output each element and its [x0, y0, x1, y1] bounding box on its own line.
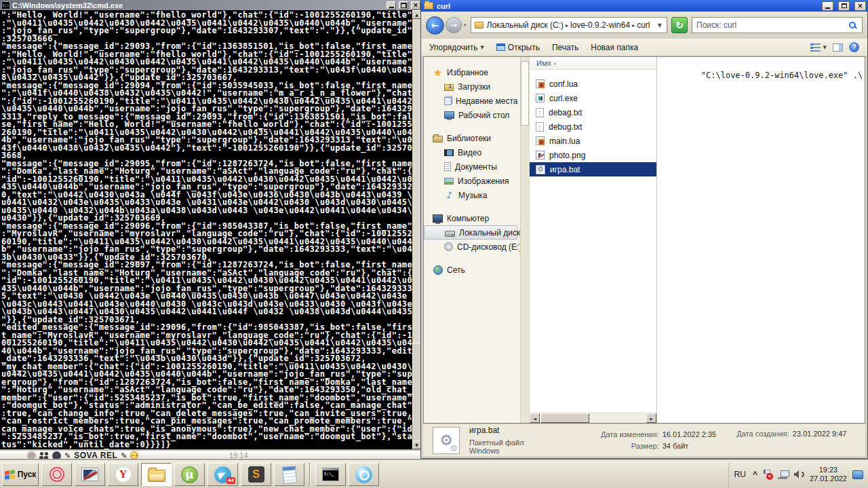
hscrollbar-thumb[interactable]: [540, 413, 589, 423]
lua-file-icon: [536, 79, 545, 88]
taskbar-button-utorrent[interactable]: [174, 463, 205, 486]
taskbar-button-cmd[interactable]: [315, 463, 346, 486]
scroll-left-icon[interactable]: [530, 413, 540, 423]
details-created: Дата создания: 23.01.2022 9:47: [736, 430, 846, 438]
opera-gx-icon: [50, 467, 64, 482]
taskbar-button-telegram[interactable]: 44: [208, 463, 238, 486]
print-button[interactable]: Печать: [552, 43, 578, 52]
address-dropdown-icon[interactable]: [658, 22, 663, 29]
file-row[interactable]: debug.txt: [530, 119, 656, 134]
taskbar-button-sublime-text[interactable]: [241, 463, 271, 486]
sidebar-item[interactable]: Избранное: [424, 65, 520, 79]
explorer-titlebar[interactable]: curl: [421, 0, 867, 12]
file-name: photo.png: [549, 151, 585, 160]
sidebar-item[interactable]: Видео: [424, 145, 520, 159]
downloads-icon: [444, 84, 454, 91]
sidebar-item[interactable]: Компьютер: [424, 211, 520, 225]
search-input[interactable]: Поиск: curl: [692, 17, 863, 33]
sidebar-item[interactable]: Загрузки: [424, 79, 520, 94]
explorer-minimize-button[interactable]: [822, 1, 833, 11]
sidebar-item[interactable]: Сеть: [424, 263, 520, 277]
cmd-window: C:\ C:\Windows\system32\cmd.exe ":"Hello…: [0, 0, 421, 451]
explorer-window-title: curl: [437, 2, 817, 10]
taskbar-button-opera-gx[interactable]: [41, 463, 72, 486]
file-row[interactable]: conf.lua: [530, 77, 656, 91]
sound-wave-icon: [802, 472, 804, 477]
explorer-close-button[interactable]: [854, 1, 866, 11]
sidebar-item[interactable]: Музыка: [424, 188, 520, 202]
file-list-hscrollbar[interactable]: [530, 413, 656, 423]
forward-button[interactable]: [446, 17, 462, 33]
sidebar-item[interactable]: Недавние места: [424, 94, 520, 108]
file-row[interactable]: игра.bat: [530, 162, 656, 176]
explorer-maximize-button[interactable]: [838, 1, 850, 11]
cmd-console[interactable]: ":"Hello, World!","username":"fhello_wor…: [0, 10, 412, 449]
sidebar-item[interactable]: Библиотеки: [424, 131, 520, 145]
action-center-alert-icon[interactable]: [763, 470, 772, 479]
views-button[interactable]: [810, 43, 827, 52]
volume-icon[interactable]: [794, 470, 804, 478]
cmd-minimize-button[interactable]: [387, 1, 396, 10]
cmd-restore-button[interactable]: [399, 1, 408, 10]
nav-scrollbar-thumb[interactable]: [521, 61, 529, 126]
open-button[interactable]: Открыть: [496, 43, 540, 52]
nav-items: ИзбранноеЗагрузкиНедавние местаРабочий с…: [424, 57, 520, 423]
sidebar-item[interactable]: Документы: [424, 159, 520, 174]
show-desktop-button[interactable]: [852, 470, 863, 479]
sidebar-item[interactable]: Рабочий стол: [424, 108, 520, 122]
refresh-button[interactable]: [671, 17, 688, 33]
address-bar[interactable]: Локальный диск (C:)▸love-0.9.2-win64▸cur…: [471, 17, 667, 33]
new-folder-button[interactable]: Новая папка: [591, 43, 638, 52]
organize-button[interactable]: Упорядочить: [429, 43, 484, 52]
open-label: Открыть: [508, 43, 540, 52]
help-icon[interactable]: [849, 42, 859, 52]
taskbar-button-yandex-browser[interactable]: [108, 463, 138, 486]
network-icon[interactable]: [778, 470, 789, 479]
taskbar-button-love[interactable]: [349, 463, 379, 486]
details-modified-size: Дата изменения: 16.01.2022 2:35 Размер: …: [601, 430, 716, 450]
preview-pane-toggle[interactable]: [833, 43, 843, 52]
scroll-right-icon[interactable]: [646, 413, 656, 423]
sidebar-item[interactable]: CD-дисковод (E:): [424, 240, 520, 254]
file-row[interactable]: curl.exe: [530, 91, 656, 105]
breadcrumb-item[interactable]: curl: [635, 20, 651, 31]
sidebar-item[interactable]: Локальный диск (C:): [424, 225, 517, 240]
size-label: Размер:: [601, 442, 659, 450]
file-row[interactable]: main.lua: [530, 134, 656, 148]
sidebar-item[interactable]: Изображения: [424, 174, 520, 188]
sidebar-item-label: Видео: [458, 148, 481, 157]
taskbar-button-notepad[interactable]: [274, 463, 304, 486]
history-dropdown-icon[interactable]: [464, 22, 467, 28]
breadcrumb-item[interactable]: Локальный диск (C:): [486, 20, 566, 31]
details-file-name: игра.bat: [469, 426, 556, 435]
language-indicator[interactable]: RU: [734, 470, 747, 479]
music-icon: [444, 190, 454, 200]
column-header-name[interactable]: Имя: [530, 57, 656, 70]
background-window-strip[interactable]: ✎ SOVA REL ✎ 19:14: [0, 450, 422, 460]
search-icon: [849, 22, 856, 29]
back-button[interactable]: [426, 16, 444, 35]
cmd-output: ":"Hello, World!","username":"fhello_wor…: [1, 12, 412, 449]
taskbar-button-explorer[interactable]: [141, 463, 172, 486]
breadcrumb-item[interactable]: love-0.9.2-win64: [569, 20, 631, 31]
taskbar-button-paint[interactable]: [75, 463, 105, 486]
nav-pane-scrollbar[interactable]: [520, 57, 529, 423]
speaker-icon: [794, 470, 801, 478]
file-name: main.lua: [549, 136, 580, 146]
png-file-icon: [536, 151, 545, 159]
explorer-icon: [148, 470, 165, 482]
tray-date: 27.01.2022: [810, 474, 847, 483]
cmd-close-button[interactable]: [411, 1, 420, 10]
start-button[interactable]: Пуск: [2, 463, 39, 486]
cmd-titlebar[interactable]: C:\ C:\Windows\system32\cmd.exe: [0, 0, 421, 10]
size-value: 34 байт: [663, 442, 717, 450]
file-row[interactable]: photo.png: [530, 148, 656, 162]
recent-icon: [444, 97, 452, 105]
start-label: Пуск: [18, 470, 37, 479]
file-row[interactable]: debag.txt: [530, 105, 656, 119]
hidden-icons-chevron[interactable]: [753, 470, 757, 478]
created-value: 23.01.2022 9:47: [793, 430, 847, 438]
file-name: debag.txt: [549, 108, 582, 117]
notepad-icon: [281, 466, 296, 484]
clock[interactable]: 19:23 27.01.2022: [810, 466, 847, 483]
